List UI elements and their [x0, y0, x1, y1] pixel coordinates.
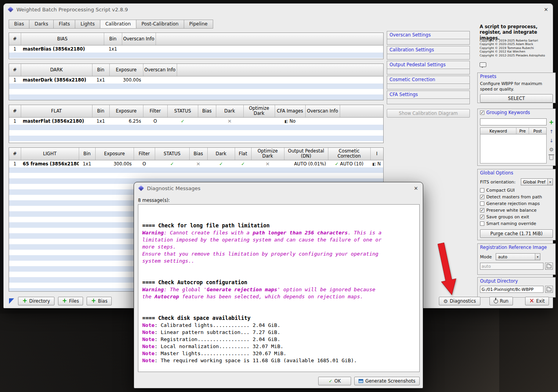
column-header[interactable]: Overscan Info	[122, 33, 156, 45]
reference-image-input[interactable]	[480, 263, 544, 270]
column-header[interactable]: FLAT	[21, 105, 92, 117]
column-header[interactable]: Dark	[207, 148, 235, 160]
dialog-close-icon[interactable]	[414, 185, 418, 191]
move-up-icon[interactable]	[549, 127, 553, 135]
add-directory-button[interactable]: Directory	[18, 297, 54, 305]
column-header[interactable]: #	[9, 64, 21, 76]
column-header[interactable]: Dark	[216, 105, 243, 117]
column-header[interactable]: STATUS	[167, 105, 198, 117]
browse-output-folder-icon[interactable]	[545, 286, 553, 293]
window-close-icon[interactable]	[544, 7, 548, 13]
settings-link[interactable]: Calibration Settings	[387, 46, 470, 54]
folder-icon	[547, 288, 551, 291]
column-header[interactable]: Filter	[134, 148, 155, 160]
tab-calibration[interactable]: Calibration	[100, 20, 136, 29]
checkbox[interactable]	[480, 201, 484, 206]
column-header[interactable]: #	[9, 105, 21, 117]
settings-link[interactable]: CFA Settings	[387, 91, 470, 99]
comment-icon[interactable]	[480, 62, 486, 67]
show-calibration-diagram-button[interactable]: Show Calibration Diagram	[387, 109, 470, 118]
column-header[interactable]: Output Pedestal (DN)	[284, 148, 328, 160]
generate-screenshots-button[interactable]: Generate Screenshots	[354, 377, 420, 385]
column-header[interactable]: BIAS	[21, 33, 104, 45]
column-header[interactable]: Optimize Dark	[243, 105, 275, 117]
move-down-icon[interactable]	[549, 136, 553, 144]
fits-orientation-dropdown[interactable]: Global Pref	[521, 178, 553, 185]
output-directory-input[interactable]	[480, 286, 544, 293]
exit-button[interactable]: Exit	[525, 297, 549, 305]
keyword-settings-gear-icon[interactable]	[549, 145, 554, 153]
column-header[interactable]: Exposure	[109, 105, 143, 117]
column-header[interactable]: Bin	[92, 105, 109, 117]
table-row[interactable]: 165 frames (3856x2180)1x1300.00sOAUTO (0…	[9, 160, 383, 167]
table-row[interactable]: 1masterDark (3856x2180)1x1300.00s	[9, 76, 383, 83]
add-keyword-icon[interactable]	[549, 118, 554, 126]
column-header[interactable]: #	[9, 33, 21, 45]
table-row[interactable]: 1masterFlat (3856x2180)1x16.25sO No	[9, 117, 383, 125]
column-header[interactable]: I	[370, 148, 383, 160]
option-smart-naming-override[interactable]: Smart naming override	[480, 220, 553, 227]
global-options-list: Compact GUIDetect masters from pathGener…	[480, 187, 553, 227]
column-header[interactable]: CFA Images	[275, 105, 305, 117]
column-header[interactable]: Exposure	[95, 148, 134, 160]
checkbox[interactable]	[480, 221, 484, 226]
selection-arrow-icon[interactable]	[9, 298, 14, 304]
column-header[interactable]: STATUS	[155, 148, 189, 160]
settings-link[interactable]: Overscan Settings	[387, 31, 470, 39]
tab-post-calibration[interactable]: Post-Calibration	[136, 20, 184, 29]
window-titlebar[interactable]: Weighted Batch Preprocessing Script v2.8…	[4, 4, 553, 15]
column-header[interactable]: Flat	[235, 148, 251, 160]
tab-lights[interactable]: Lights	[75, 20, 100, 29]
checkbox[interactable]	[480, 188, 484, 192]
dialog-titlebar[interactable]: Diagnostic Messages	[134, 182, 423, 194]
browse-reference-folder-icon[interactable]	[545, 263, 553, 270]
column-header[interactable]: Bin	[104, 33, 122, 45]
column-header[interactable]: Overscan Info	[143, 64, 177, 76]
diagnostics-button[interactable]: Diagnostics	[439, 297, 480, 305]
column-header[interactable]	[177, 64, 383, 76]
reference-mode-dropdown[interactable]: auto	[496, 253, 540, 260]
checkbox[interactable]	[480, 215, 484, 219]
option-detect-masters-from-path[interactable]: Detect masters from path	[480, 194, 553, 200]
option-preserve-white-balance[interactable]: Preserve white balance	[480, 207, 553, 214]
delete-keyword-trash-icon[interactable]	[549, 156, 553, 160]
column-header[interactable]: Cosmetic Correction	[328, 148, 370, 160]
column-header[interactable]: LIGHT	[21, 148, 79, 160]
presets-select-button[interactable]: SELECT	[480, 94, 553, 103]
checkbox[interactable]	[480, 195, 484, 199]
column-header[interactable]: #	[9, 148, 21, 160]
tab-pipeline[interactable]: Pipeline	[184, 20, 213, 29]
column-header[interactable]: Bias	[198, 105, 216, 117]
column-header[interactable]: Optimize Dark	[251, 148, 284, 160]
option-save-groups-on-exit[interactable]: Save groups on exit	[480, 214, 553, 220]
run-button[interactable]: Run	[489, 297, 513, 305]
option-compact-gui[interactable]: Compact GUI	[480, 187, 553, 194]
column-header[interactable]: Overscan Info	[305, 105, 340, 117]
add-files-button[interactable]: Files	[58, 297, 83, 305]
add-bias-button[interactable]: Bias	[87, 297, 112, 305]
option-generate-rejection-maps[interactable]: Generate rejection maps	[480, 200, 553, 207]
column-header[interactable]	[156, 33, 383, 45]
grouping-keywords-checkbox[interactable]	[480, 111, 484, 115]
column-header[interactable]: Bin	[92, 64, 109, 76]
column-header[interactable]: Exposure	[109, 64, 143, 76]
purge-cache-button[interactable]: Purge cache (1.71 MiB)	[480, 229, 553, 238]
column-header[interactable]: Bias	[189, 148, 207, 160]
plus-icon	[22, 298, 27, 304]
tab-bias[interactable]: Bias	[9, 20, 29, 29]
diagnostic-console[interactable]: ==== Check for long file path limitation…	[138, 204, 420, 372]
keyword-input[interactable]	[480, 118, 547, 125]
console-line	[142, 215, 415, 222]
column-header[interactable]: Bin	[79, 148, 95, 160]
column-header[interactable]: Filter	[143, 105, 167, 117]
keywords-table[interactable]: Keyword Pre Post	[480, 127, 547, 163]
tab-flats[interactable]: Flats	[53, 20, 76, 29]
settings-link[interactable]: Output Pedestal Settings	[387, 61, 470, 69]
column-header[interactable]	[340, 105, 383, 117]
table-row[interactable]: 1masterBias (3856x2180)1x1	[9, 45, 383, 53]
tab-darks[interactable]: Darks	[29, 20, 54, 29]
settings-link[interactable]: Cosmetic Correction	[387, 76, 470, 84]
column-header[interactable]: DARK	[21, 64, 92, 76]
checkbox[interactable]	[480, 208, 484, 212]
ok-button[interactable]: OK	[318, 377, 351, 385]
